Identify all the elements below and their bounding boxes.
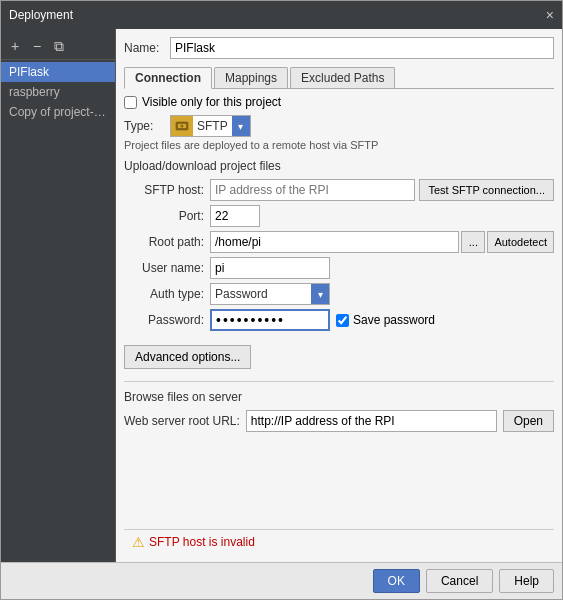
type-select[interactable]: SFTP ▾ xyxy=(170,115,251,137)
root-path-label: Root path: xyxy=(124,235,204,249)
bottom-bar: OK Cancel Help xyxy=(1,562,562,599)
sftp-host-input[interactable] xyxy=(210,179,415,201)
sidebar-item-copy[interactable]: Copy of project-level ser xyxy=(1,102,115,122)
status-text: SFTP host is invalid xyxy=(149,535,255,549)
port-input[interactable] xyxy=(210,205,260,227)
sftp-host-label: SFTP host: xyxy=(124,183,204,197)
name-input[interactable] xyxy=(170,37,554,59)
sftp-host-row: Test SFTP connection... xyxy=(210,179,554,201)
web-root-input[interactable] xyxy=(246,410,497,432)
advanced-options-row: Advanced options... xyxy=(124,337,554,377)
root-path-input[interactable] xyxy=(210,231,459,253)
user-name-label: User name: xyxy=(124,261,204,275)
root-path-row: ... Autodetect xyxy=(210,231,554,253)
save-password-label: Save password xyxy=(353,313,435,327)
password-row: Save password xyxy=(210,309,554,331)
ok-button[interactable]: OK xyxy=(373,569,420,593)
divider xyxy=(124,381,554,382)
add-server-button[interactable]: + xyxy=(5,36,25,56)
type-label: Type: xyxy=(124,119,164,133)
web-root-label: Web server root URL: xyxy=(124,414,240,428)
sidebar: + − ⧉ PIFlask raspberry Copy of project-… xyxy=(1,29,116,562)
remove-server-button[interactable]: − xyxy=(27,36,47,56)
sftp-icon xyxy=(171,116,193,136)
tab-excluded-paths[interactable]: Excluded Paths xyxy=(290,67,395,88)
svg-point-2 xyxy=(181,125,184,128)
upload-section-label: Upload/download project files xyxy=(124,159,554,173)
copy-server-button[interactable]: ⧉ xyxy=(49,36,69,56)
autodetect-button[interactable]: Autodetect xyxy=(487,231,554,253)
save-password-checkbox[interactable] xyxy=(336,314,349,327)
deployment-window: Deployment × + − ⧉ PIFlask raspberry Cop… xyxy=(0,0,563,600)
advanced-options-button[interactable]: Advanced options... xyxy=(124,345,251,369)
tab-connection[interactable]: Connection xyxy=(124,67,212,89)
auth-type-arrow[interactable]: ▾ xyxy=(311,284,329,304)
sftp-host-grid: SFTP host: Test SFTP connection... Port:… xyxy=(124,179,554,331)
visible-only-row: Visible only for this project xyxy=(124,95,554,109)
visible-only-checkbox[interactable] xyxy=(124,96,137,109)
help-button[interactable]: Help xyxy=(499,569,554,593)
visible-only-label: Visible only for this project xyxy=(142,95,281,109)
name-row: Name: xyxy=(124,37,554,59)
status-bar: ⚠ SFTP host is invalid xyxy=(124,529,554,554)
port-label: Port: xyxy=(124,209,204,223)
auth-type-label: Auth type: xyxy=(124,287,204,301)
type-description: Project files are deployed to a remote h… xyxy=(124,139,554,151)
test-sftp-button[interactable]: Test SFTP connection... xyxy=(419,179,554,201)
sidebar-item-piflask[interactable]: PIFlask xyxy=(1,62,115,82)
tab-mappings[interactable]: Mappings xyxy=(214,67,288,88)
type-select-text: SFTP xyxy=(193,119,232,133)
auth-type-text: Password xyxy=(211,287,311,301)
sidebar-item-raspberry[interactable]: raspberry xyxy=(1,82,115,102)
window-title: Deployment xyxy=(9,8,73,22)
open-button[interactable]: Open xyxy=(503,410,554,432)
content-area: + − ⧉ PIFlask raspberry Copy of project-… xyxy=(1,29,562,562)
main-panel: Name: Connection Mappings Excluded Paths… xyxy=(116,29,562,562)
title-bar: Deployment × xyxy=(1,1,562,29)
password-label: Password: xyxy=(124,313,204,327)
type-select-arrow[interactable]: ▾ xyxy=(232,116,250,136)
warning-icon: ⚠ xyxy=(132,534,145,550)
web-root-row: Web server root URL: Open xyxy=(124,410,554,432)
tab-bar: Connection Mappings Excluded Paths xyxy=(124,67,554,89)
browse-button[interactable]: ... xyxy=(461,231,485,253)
auth-type-select[interactable]: Password ▾ xyxy=(210,283,330,305)
browse-section-label: Browse files on server xyxy=(124,390,554,404)
port-row xyxy=(210,205,554,227)
cancel-button[interactable]: Cancel xyxy=(426,569,493,593)
close-button[interactable]: × xyxy=(546,8,554,22)
password-input[interactable] xyxy=(210,309,330,331)
save-password-row: Save password xyxy=(336,313,435,327)
sidebar-toolbar: + − ⧉ xyxy=(1,33,115,60)
name-label: Name: xyxy=(124,41,164,55)
user-name-input[interactable] xyxy=(210,257,330,279)
type-row: Type: SFTP ▾ xyxy=(124,115,554,137)
